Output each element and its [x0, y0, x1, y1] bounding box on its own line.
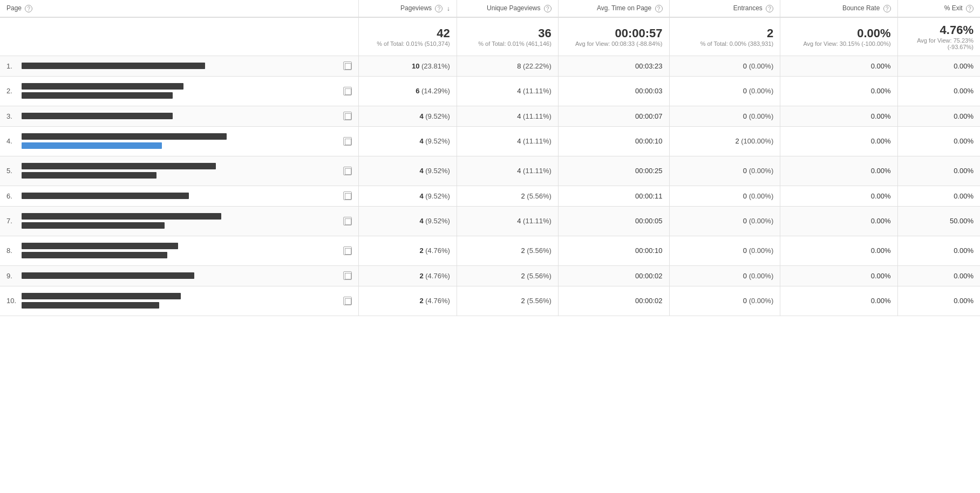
redacted-bar-top	[22, 162, 340, 170]
page-content	[22, 292, 340, 310]
page-cell: 8.	[0, 236, 358, 265]
unique-pct: (5.56%)	[527, 246, 552, 255]
entrances-pct: (0.00%)	[749, 192, 774, 200]
entrances-pct: (0.00%)	[749, 87, 774, 95]
entrances-pct: (0.00%)	[749, 272, 774, 280]
entrances-value: 2	[735, 137, 739, 145]
unique-value: 4	[517, 112, 521, 120]
copy-icon[interactable]	[343, 297, 352, 305]
bounce-help-icon[interactable]: ?	[883, 5, 891, 12]
entrances-cell: 0 (0.00%)	[669, 236, 780, 265]
redacted-bar-bottom	[22, 301, 340, 309]
summary-page-cell	[0, 17, 358, 56]
exit-help-icon[interactable]: ?	[966, 5, 974, 12]
unique-value: 8	[517, 62, 521, 70]
summary-entrances: 2 % of Total: 0.00% (383,931)	[669, 17, 780, 56]
copy-icon[interactable]	[343, 112, 352, 120]
row-number: 2.	[6, 87, 22, 95]
page-content	[22, 191, 340, 201]
bounce-value: 0.00%	[871, 137, 891, 145]
summary-unique: 36 % of Total: 0.01% (461,146)	[457, 17, 558, 56]
redacted-bar-bottom	[22, 171, 340, 179]
row-number: 8.	[6, 246, 22, 255]
summary-exit-value: 4.76%	[904, 23, 974, 37]
entrances-cell: 0 (0.00%)	[669, 265, 780, 286]
pageviews-cell: 4 (9.52%)	[358, 206, 457, 236]
copy-icon[interactable]	[343, 217, 352, 225]
summary-avg-sub: Avg for View: 00:08:33 (-88.84%)	[565, 40, 663, 47]
copy-icon[interactable]	[343, 87, 352, 95]
exit-value: 0.00%	[954, 112, 974, 120]
entrances-cell: 0 (0.00%)	[669, 56, 780, 76]
exit-cell: 0.00%	[897, 126, 980, 156]
redacted-bar-bottom	[22, 251, 340, 259]
entrances-value: 0	[743, 112, 747, 120]
unique-help-icon[interactable]: ?	[544, 5, 552, 12]
avg-time-cell: 00:00:10	[558, 236, 669, 265]
summary-pageviews: 42 % of Total: 0.01% (510,374)	[358, 17, 457, 56]
redacted-bar-top	[22, 242, 340, 250]
unique-cell: 8 (22.22%)	[457, 56, 558, 76]
summary-exit-sub: Avg for View: 75.23% (-93.67%)	[904, 37, 974, 50]
copy-icon[interactable]	[343, 137, 352, 146]
summary-avg: 00:00:57 Avg for View: 00:08:33 (-88.84%…	[558, 17, 669, 56]
col-header-exit: % Exit ?	[897, 0, 980, 17]
col-header-bounce: Bounce Rate ?	[780, 0, 897, 17]
table-row: 6. 4 (9.52%) 2 (5.56%) 00:00:11 0 (0.00%…	[0, 186, 980, 206]
page-cell: 6.	[0, 186, 358, 206]
unique-pct: (11.11%)	[523, 137, 552, 145]
bounce-value: 0.00%	[871, 167, 891, 175]
row-number: 10.	[6, 297, 22, 305]
unique-pct: (11.11%)	[523, 87, 552, 95]
exit-value: 0.00%	[954, 272, 974, 280]
entrances-value: 0	[743, 272, 747, 280]
col-header-pageviews[interactable]: Pageviews ? ↓	[358, 0, 457, 17]
avg-time-value: 00:00:10	[635, 246, 663, 255]
pageviews-value: 4	[419, 167, 423, 175]
page-content	[22, 112, 340, 121]
pageviews-help-icon[interactable]: ?	[435, 5, 443, 12]
entrances-value: 0	[743, 217, 747, 225]
summary-pageviews-value: 42	[365, 26, 450, 40]
exit-value: 0.00%	[954, 62, 974, 70]
avg-help-icon[interactable]: ?	[655, 5, 663, 12]
avg-time-value: 00:00:25	[635, 167, 663, 175]
copy-icon[interactable]	[343, 61, 352, 70]
page-content	[22, 82, 340, 100]
entrances-help-icon[interactable]: ?	[766, 5, 773, 12]
exit-cell: 0.00%	[897, 156, 980, 186]
unique-cell: 2 (5.56%)	[457, 286, 558, 316]
page-help-icon[interactable]: ?	[25, 5, 32, 12]
pageviews-cell: 4 (9.52%)	[358, 106, 457, 126]
copy-icon[interactable]	[343, 167, 352, 175]
redacted-bar	[22, 61, 340, 70]
unique-value: 2	[521, 192, 525, 200]
unique-pct: (11.11%)	[523, 167, 552, 175]
copy-icon[interactable]	[343, 271, 352, 280]
pageviews-value: 4	[419, 217, 423, 225]
analytics-table: Page ? Pageviews ? ↓ Unique Pageviews ? …	[0, 0, 980, 316]
pageviews-pct: (9.52%)	[425, 137, 450, 145]
pageviews-pct: (4.76%)	[425, 272, 450, 280]
redacted-bar	[22, 271, 340, 279]
unique-cell: 2 (5.56%)	[457, 186, 558, 206]
pageviews-pct: (9.52%)	[425, 112, 450, 120]
unique-pct: (11.11%)	[523, 217, 552, 225]
entrances-cell: 0 (0.00%)	[669, 206, 780, 236]
pageviews-pct: (9.52%)	[425, 167, 450, 175]
unique-cell: 4 (11.11%)	[457, 156, 558, 186]
col-header-avg: Avg. Time on Page ?	[558, 0, 669, 17]
unique-value: 4	[517, 137, 521, 145]
copy-icon[interactable]	[343, 191, 352, 200]
bounce-value: 0.00%	[871, 297, 891, 305]
bounce-cell: 0.00%	[780, 265, 897, 286]
copy-icon[interactable]	[343, 246, 352, 255]
entrances-cell: 2 (100.00%)	[669, 126, 780, 156]
table-row: 3. 4 (9.52%) 4 (11.11%) 00:00:07 0 (0.00…	[0, 106, 980, 126]
page-cell: 5.	[0, 156, 358, 186]
table-row: 1. 10 (23.81%) 8 (22.22%) 00:03:23 0 (0.…	[0, 56, 980, 76]
unique-cell: 4 (11.11%)	[457, 106, 558, 126]
unique-label: Unique Pageviews	[487, 4, 540, 12]
summary-row: 42 % of Total: 0.01% (510,374) 36 % of T…	[0, 17, 980, 56]
col-header-unique: Unique Pageviews ?	[457, 0, 558, 17]
